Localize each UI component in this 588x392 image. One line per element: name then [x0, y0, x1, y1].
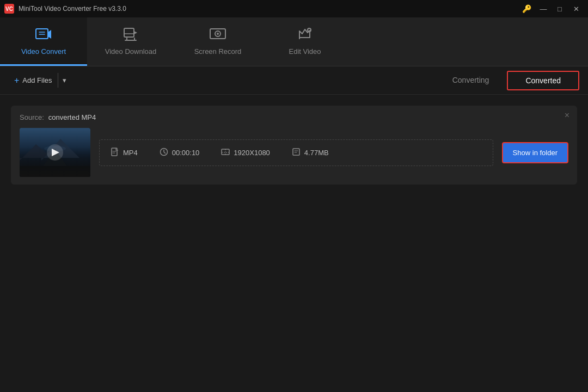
add-files-group: + Add Files ▾	[9, 72, 71, 89]
add-files-dropdown-button[interactable]: ▾	[58, 73, 71, 88]
file-card-header: Source: converted MP4	[20, 113, 568, 121]
navbar: Video Convert Video Download Screen Reco…	[0, 17, 588, 66]
svg-rect-15	[293, 149, 299, 155]
svg-rect-0	[36, 29, 48, 39]
file-resolution-info: 1920X1080	[221, 148, 270, 158]
resolution-icon	[221, 148, 230, 158]
close-button[interactable]: ✕	[568, 3, 584, 15]
duration-icon	[160, 148, 168, 158]
nav-label-screen-record: Screen Record	[194, 47, 242, 56]
format-icon	[111, 148, 119, 158]
nav-item-screen-record[interactable]: Screen Record	[174, 17, 261, 66]
source-value: converted MP4	[48, 113, 96, 121]
video-thumbnail[interactable]	[20, 128, 90, 177]
file-duration-value: 00:00:10	[172, 149, 200, 157]
file-card-body: MP4 00:00:10	[20, 128, 568, 177]
nav-label-video-download: Video Download	[105, 47, 156, 56]
titlebar-controls: 🔑 — □ ✕	[522, 3, 584, 15]
tab-converting[interactable]: Converting	[434, 71, 507, 90]
app-title: MiniTool Video Converter Free v3.3.0	[19, 5, 126, 13]
video-download-icon	[122, 27, 139, 44]
play-button[interactable]	[47, 144, 63, 161]
svg-point-4	[217, 33, 219, 35]
titlebar-left: VC MiniTool Video Converter Free v3.3.0	[4, 4, 126, 14]
edit-video-icon	[296, 27, 314, 44]
chevron-down-icon: ▾	[63, 76, 66, 84]
file-size-info: 4.77MB	[292, 148, 329, 158]
video-convert-icon	[35, 27, 52, 44]
size-icon	[292, 148, 301, 158]
maximize-button[interactable]: □	[552, 3, 567, 15]
toolbar: + Add Files ▾ Converting Converted	[0, 66, 588, 95]
screen-record-icon	[209, 27, 226, 44]
file-resolution-value: 1920X1080	[234, 149, 270, 157]
file-size-value: 4.77MB	[304, 149, 329, 157]
add-files-plus-icon: +	[14, 76, 19, 85]
nav-label-edit-video: Edit Video	[289, 47, 321, 56]
content-area: Source: converted MP4 ×	[0, 95, 588, 313]
file-duration-info: 00:00:10	[160, 148, 200, 158]
tabs: Converting Converted	[434, 71, 579, 90]
add-files-label: Add Files	[22, 76, 52, 84]
file-format-info: MP4	[111, 148, 138, 158]
file-card: Source: converted MP4 ×	[11, 106, 577, 185]
file-info-box: MP4 00:00:10	[99, 139, 493, 166]
nav-item-video-convert[interactable]: Video Convert	[0, 17, 87, 66]
minimize-button[interactable]: —	[536, 3, 551, 15]
titlebar: VC MiniTool Video Converter Free v3.3.0 …	[0, 0, 588, 17]
app-logo: VC	[4, 4, 14, 14]
svg-rect-10	[20, 166, 90, 177]
source-label: Source:	[20, 113, 44, 121]
svg-rect-1	[124, 28, 134, 37]
card-close-button[interactable]: ×	[565, 111, 569, 120]
nav-label-video-convert: Video Convert	[21, 47, 66, 56]
key-icon[interactable]: 🔑	[522, 4, 531, 13]
tab-converted[interactable]: Converted	[507, 71, 579, 90]
add-files-button[interactable]: + Add Files	[9, 72, 58, 89]
nav-item-video-download[interactable]: Video Download	[87, 17, 174, 66]
nav-item-edit-video[interactable]: Edit Video	[261, 17, 348, 66]
file-format-value: MP4	[123, 149, 138, 157]
show-in-folder-button[interactable]: Show in folder	[502, 142, 568, 163]
svg-point-5	[308, 28, 311, 32]
